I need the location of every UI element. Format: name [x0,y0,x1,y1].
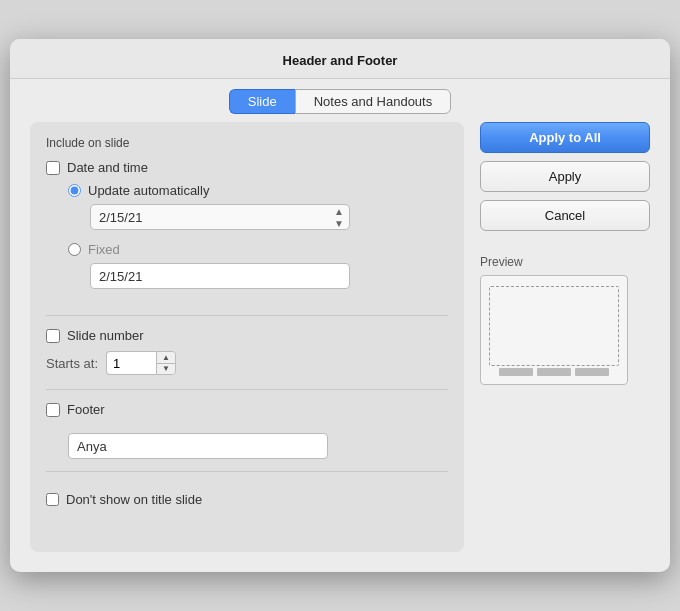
starts-at-row: Starts at: ▲ ▼ [46,351,448,375]
apply-all-button[interactable]: Apply to All [480,122,650,153]
tab-bar: Slide Notes and Handouts [10,79,670,122]
tab-slide[interactable]: Slide [229,89,295,114]
date-time-row: Date and time [46,160,448,175]
cancel-button[interactable]: Cancel [480,200,650,231]
footer-checkbox[interactable] [46,403,60,417]
date-time-options: Update automatically 2/15/21 ▲ ▼ [68,183,448,303]
footer-input-wrapper [68,425,448,459]
slide-number-row: Slide number [46,328,448,343]
slide-number-label: Slide number [67,328,144,343]
apply-button[interactable]: Apply [480,161,650,192]
preview-bar-2 [537,368,571,376]
separator-2 [46,389,448,390]
content-area: Include on slide Date and time Update au… [10,122,670,552]
footer-input[interactable] [68,433,328,459]
dont-show-checkbox[interactable] [46,493,59,506]
stepper-up-button[interactable]: ▲ [157,352,175,364]
dialog-title: Header and Footer [10,39,670,79]
stepper-buttons: ▲ ▼ [156,351,176,375]
preview-bar-3 [575,368,609,376]
starts-at-label: Starts at: [46,356,98,371]
fixed-radio[interactable] [68,243,81,256]
date-format-select[interactable]: 2/15/21 [90,204,350,230]
footer-row: Footer [46,402,448,417]
update-auto-radio[interactable] [68,184,81,197]
preview-footer-bars [499,368,609,376]
dont-show-row: Don't show on title slide [46,492,448,507]
tab-notes-handouts[interactable]: Notes and Handouts [295,89,452,114]
slide-number-checkbox[interactable] [46,329,60,343]
date-select-wrapper: 2/15/21 ▲ ▼ [90,204,350,230]
preview-slide-area [489,286,619,366]
left-panel: Include on slide Date and time Update au… [30,122,464,552]
dialog: Header and Footer Slide Notes and Handou… [10,39,670,572]
section-label: Include on slide [46,136,448,150]
fixed-input-wrapper [90,263,448,303]
preview-bar-1 [499,368,533,376]
update-auto-label: Update automatically [88,183,209,198]
date-select-wrapper-outer: 2/15/21 ▲ ▼ [90,204,448,242]
footer-section: Footer [46,402,448,459]
update-auto-row: Update automatically [68,183,448,198]
fixed-date-input[interactable] [90,263,350,289]
stepper-down-button[interactable]: ▼ [157,364,175,375]
separator-3 [46,471,448,472]
fixed-label: Fixed [88,242,120,257]
dont-show-label: Don't show on title slide [66,492,202,507]
preview-section: Preview [480,255,650,385]
right-panel: Apply to All Apply Cancel Preview [480,122,650,552]
starts-at-input[interactable] [106,351,156,375]
stepper-wrapper: ▲ ▼ [106,351,176,375]
footer-label: Footer [67,402,105,417]
date-time-label: Date and time [67,160,148,175]
date-time-checkbox[interactable] [46,161,60,175]
fixed-row: Fixed [68,242,448,257]
preview-label: Preview [480,255,650,269]
preview-box [480,275,628,385]
separator-1 [46,315,448,316]
